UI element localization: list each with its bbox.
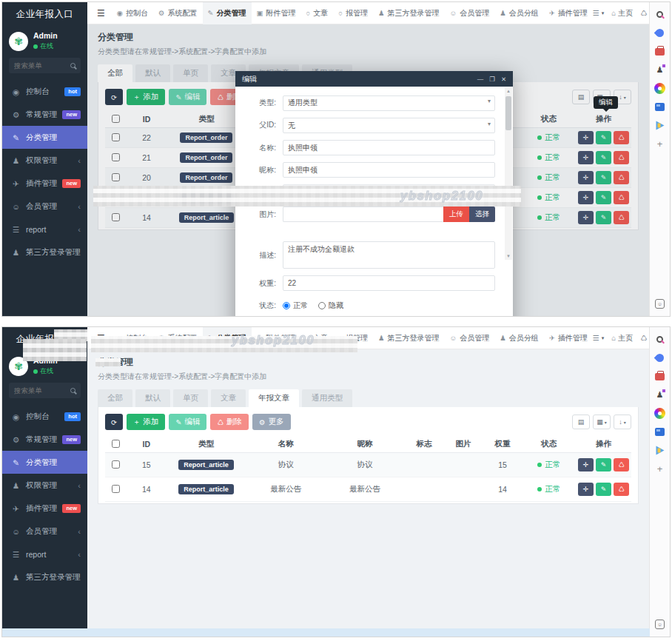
row-add-sub-button[interactable]: ✛ — [578, 458, 594, 471]
parent-id-select[interactable] — [283, 118, 495, 134]
ext-people-icon[interactable]: ♟ — [654, 64, 665, 75]
row-checkbox[interactable] — [112, 485, 120, 493]
dialog-scrollbar[interactable]: ▲ ▼ — [505, 88, 512, 260]
ext-briefcase-icon[interactable] — [654, 371, 665, 382]
tab-all[interactable]: 全部 — [98, 389, 132, 407]
sidebar-item-general[interactable]: ⚙常规管理new — [2, 428, 87, 451]
choose-button[interactable]: 选择 — [469, 207, 495, 222]
export-button[interactable]: ↓▾ — [614, 415, 631, 429]
browser-search-icon[interactable] — [654, 9, 665, 20]
sidebar-item-auth[interactable]: ♟权限管理‹ — [2, 474, 87, 497]
sidebar-item-addon[interactable]: ✈插件管理new — [2, 172, 87, 195]
nav-home[interactable]: ⌂主页 — [611, 8, 633, 19]
sidebar-item-member[interactable]: ☺会员管理‹ — [2, 520, 87, 543]
nav-tab-addon[interactable]: ✈插件管理 — [544, 327, 593, 349]
tab-page[interactable]: 单页 — [173, 389, 208, 407]
more-button[interactable]: ⚙更多 — [252, 414, 291, 430]
nav-tab-member[interactable]: ☺会员管理 — [445, 2, 495, 24]
sidebar-item-dashboard[interactable]: ◉控制台hot — [2, 80, 87, 103]
ext-briefcase-icon[interactable] — [654, 46, 665, 57]
image-input[interactable] — [283, 207, 443, 222]
sidebar-item-thirdlogin[interactable]: ♟第三方登录管理 — [2, 566, 87, 588]
sidebar-item-member[interactable]: ☺会员管理‹ — [2, 195, 87, 218]
ext-people-icon[interactable]: ♟ — [654, 389, 665, 400]
nav-menu-dropdown[interactable]: ☰▾ — [593, 334, 604, 342]
row-delete-button[interactable]: ♺ — [614, 483, 629, 496]
nav-tab-thirdlogin[interactable]: ♟第三方登录管理 — [373, 327, 445, 349]
ext-add-icon[interactable]: + — [654, 138, 665, 150]
ext-color-wheel-icon[interactable] — [654, 83, 665, 94]
description-textarea[interactable]: 注册不成功全额退款 — [283, 241, 495, 269]
sidebar-item-addon[interactable]: ✈插件管理new — [2, 497, 87, 520]
nav-tab-dashboard[interactable]: ◉控制台 — [112, 2, 153, 24]
ext-profile-icon[interactable]: ☺ — [655, 299, 665, 309]
close-icon[interactable]: ✕ — [501, 75, 506, 83]
sidebar-search[interactable] — [9, 58, 81, 73]
ext-blue-box-icon[interactable] — [654, 101, 665, 113]
nav-tab-membergroup[interactable]: ♟会员分组 — [494, 2, 544, 24]
nav-tab-membergroup[interactable]: ♟会员分组 — [494, 327, 544, 349]
ext-blue-box-icon[interactable] — [654, 426, 665, 437]
row-edit-button[interactable]: ✎ — [596, 483, 611, 496]
tab-article[interactable]: 文章 — [211, 389, 246, 407]
weight-input[interactable] — [283, 275, 495, 291]
nav-tab-member[interactable]: ☺会员管理 — [445, 327, 495, 349]
upload-button[interactable]: 上传 — [443, 207, 469, 222]
edit-button[interactable]: ✎编辑 — [169, 414, 206, 430]
row-delete-button[interactable]: ♺ — [614, 458, 629, 471]
ext-color-wheel-icon[interactable] — [654, 408, 665, 419]
sidebar-search[interactable] — [9, 383, 81, 398]
status-hidden-radio[interactable]: 隐藏 — [318, 301, 343, 311]
nav-tab-reportmgr[interactable]: ○报管理 — [333, 2, 373, 24]
tab-common-type[interactable]: 通用类型 — [302, 389, 352, 407]
sidebar-item-category[interactable]: ✎分类管理 — [2, 451, 87, 474]
tab-report-article[interactable]: 年报文章 — [249, 389, 299, 407]
nav-tab-addon[interactable]: ✈插件管理 — [544, 2, 593, 24]
delete-button[interactable]: ♺删除 — [210, 414, 249, 430]
sidebar-search-input[interactable] — [14, 61, 64, 70]
row-checkbox[interactable] — [112, 460, 120, 469]
sidebar-item-category[interactable]: ✎分类管理 — [2, 126, 87, 149]
sidebar-item-auth[interactable]: ♟权限管理‹ — [2, 149, 87, 172]
nav-menu-dropdown[interactable]: ☰▾ — [593, 9, 604, 17]
scroll-up-icon[interactable]: ▲ — [506, 88, 511, 95]
row-edit-button[interactable]: ✎ — [596, 458, 611, 471]
tab-default[interactable]: 默认 — [135, 389, 170, 407]
ext-add-icon[interactable]: + — [654, 463, 665, 474]
sidebar-search-input[interactable] — [14, 386, 64, 395]
nav-tab-thirdlogin[interactable]: ♟第三方登录管理 — [373, 2, 445, 24]
sidebar-item-dashboard[interactable]: ◉控制台hot — [2, 405, 87, 428]
ext-pen-icon[interactable] — [654, 352, 665, 363]
ext-pen-icon[interactable] — [654, 27, 665, 38]
nav-tab-sysconfig[interactable]: ⚙系统配置 — [153, 2, 203, 24]
browser-search-icon[interactable] — [654, 334, 665, 345]
ext-paper-plane-icon[interactable] — [654, 120, 665, 131]
ext-paper-plane-icon[interactable] — [654, 445, 665, 456]
ext-profile-icon[interactable]: ☺ — [655, 620, 665, 629]
refresh-button[interactable]: ⟳ — [105, 414, 123, 430]
scrollbar-thumb[interactable] — [505, 96, 511, 130]
hamburger-icon[interactable]: ☰ — [90, 8, 112, 19]
row-add-sub-button[interactable]: ✛ — [578, 483, 594, 496]
add-button[interactable]: ＋添加 — [127, 414, 166, 430]
dialog-header[interactable]: 编辑 — ❐ ✕ — [235, 71, 513, 87]
card-view-button[interactable]: ▤ — [572, 415, 590, 429]
sidebar-item-thirdlogin[interactable]: ♟第三方登录管理 — [2, 241, 87, 264]
user-avatar[interactable]: ✾ — [9, 32, 28, 51]
nav-tab-category[interactable]: ✎分类管理 — [203, 2, 252, 24]
sidebar-item-report[interactable]: ☰report‹ — [2, 543, 87, 566]
nav-home[interactable]: ⌂主页 — [611, 333, 633, 343]
scroll-down-icon[interactable]: ▼ — [506, 253, 511, 260]
nav-tab-article[interactable]: ○文章 — [301, 2, 334, 24]
minimize-icon[interactable]: — — [477, 75, 484, 83]
maximize-icon[interactable]: ❐ — [489, 75, 495, 83]
sidebar-item-report[interactable]: ☰report‹ — [2, 218, 87, 241]
name-input[interactable] — [283, 140, 495, 155]
sidebar-item-general[interactable]: ⚙常规管理new — [2, 103, 87, 126]
status-normal-radio[interactable]: 正常 — [283, 301, 308, 311]
nav-tab-attachment[interactable]: ▣附件管理 — [252, 2, 301, 24]
nickname-input[interactable] — [283, 162, 495, 178]
columns-button[interactable]: ▦▾ — [593, 415, 611, 429]
select-all-checkbox[interactable] — [112, 440, 120, 448]
type-select[interactable] — [283, 95, 495, 111]
